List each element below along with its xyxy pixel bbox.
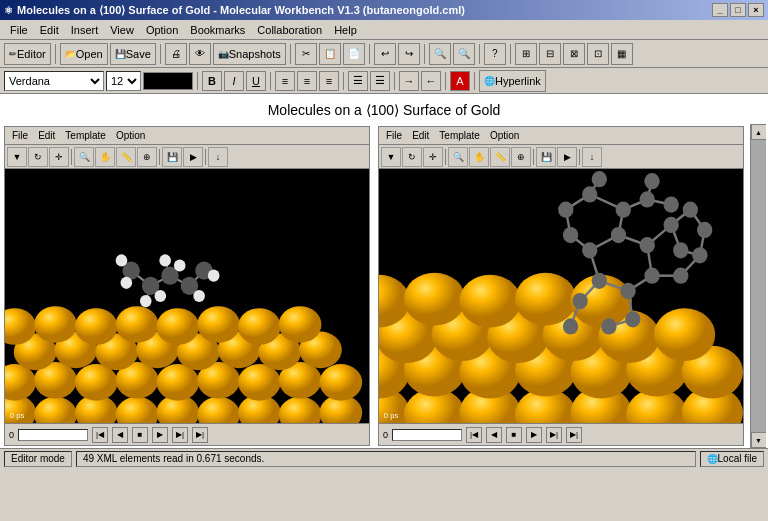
left-tool-measure[interactable]: 📏: [116, 147, 136, 167]
left-tool-hand[interactable]: ✋: [95, 147, 115, 167]
left-menu-file[interactable]: File: [7, 129, 33, 142]
right-menu-template[interactable]: Template: [434, 129, 485, 142]
menu-file[interactable]: File: [4, 22, 34, 38]
left-nav-end[interactable]: ▶|: [192, 427, 208, 443]
open-button[interactable]: 📂 Open: [60, 43, 108, 65]
right-tool-select[interactable]: ▼: [381, 147, 401, 167]
status-location: 🌐 Local file: [700, 451, 764, 467]
font-select[interactable]: Verdana: [4, 71, 104, 91]
menu-bookmarks[interactable]: Bookmarks: [184, 22, 251, 38]
left-tool-save[interactable]: 💾: [162, 147, 182, 167]
left-menu-option[interactable]: Option: [111, 129, 150, 142]
align-left-button[interactable]: ≡: [275, 71, 295, 91]
grid-button[interactable]: ⊞: [515, 43, 537, 65]
save-button[interactable]: 💾 Save: [110, 43, 156, 65]
menu-collaboration[interactable]: Collaboration: [251, 22, 328, 38]
menu-edit[interactable]: Edit: [34, 22, 65, 38]
right-tool-measure[interactable]: 📏: [490, 147, 510, 167]
gold-ball: [279, 306, 322, 343]
align-right-button[interactable]: ≡: [319, 71, 339, 91]
zoom-in-button[interactable]: 🔍: [429, 43, 451, 65]
italic-button[interactable]: I: [224, 71, 244, 91]
list-button[interactable]: ☰: [348, 71, 368, 91]
left-tool-down[interactable]: ↓: [208, 147, 228, 167]
left-tool-play[interactable]: ▶: [183, 147, 203, 167]
left-tool-zoom[interactable]: 🔍: [74, 147, 94, 167]
menu-option[interactable]: Option: [140, 22, 184, 38]
hyperlink-button[interactable]: 🌐 Hyperlink: [479, 70, 546, 92]
left-nav-stop[interactable]: ■: [132, 427, 148, 443]
snapshots-button[interactable]: 📷 Snapshots: [213, 43, 286, 65]
main-scrollbar: ▲ ▼: [750, 124, 766, 448]
right-tool-down[interactable]: ↓: [582, 147, 602, 167]
right-tool-zoom[interactable]: 🔍: [448, 147, 468, 167]
right-menu-edit[interactable]: Edit: [407, 129, 434, 142]
redo-button[interactable]: ↪: [398, 43, 420, 65]
indent-button[interactable]: →: [399, 71, 419, 91]
undo-button[interactable]: ↩: [374, 43, 396, 65]
color-picker[interactable]: [143, 72, 193, 90]
right-tool-move[interactable]: ✛: [423, 147, 443, 167]
right-menu-file[interactable]: File: [381, 129, 407, 142]
right-nav-start[interactable]: |◀: [466, 427, 482, 443]
right-viewer-canvas[interactable]: 0 ps: [379, 169, 743, 423]
grid4-button[interactable]: ⊡: [587, 43, 609, 65]
right-nav-step[interactable]: ▶|: [546, 427, 562, 443]
zoom-out-button[interactable]: 🔍: [453, 43, 475, 65]
paste-button[interactable]: 📄: [343, 43, 365, 65]
left-progress-container[interactable]: [18, 429, 88, 441]
right-tool-play[interactable]: ▶: [557, 147, 577, 167]
scroll-up-button[interactable]: ▲: [751, 124, 767, 140]
left-tool-atom[interactable]: ⊕: [137, 147, 157, 167]
right-nav-play[interactable]: ▶: [526, 427, 542, 443]
snapshots-label: Snapshots: [229, 48, 281, 60]
right-nav-prev[interactable]: ◀: [486, 427, 502, 443]
right-tool-atom[interactable]: ⊕: [511, 147, 531, 167]
right-nav-end[interactable]: ▶|: [566, 427, 582, 443]
maximize-button[interactable]: □: [730, 3, 746, 17]
title-bar: ⚛ Molecules on a ⟨100⟩ Surface of Gold -…: [0, 0, 768, 20]
menu-help[interactable]: Help: [328, 22, 363, 38]
scroll-down-button[interactable]: ▼: [751, 432, 767, 448]
left-menu-edit[interactable]: Edit: [33, 129, 60, 142]
align-center-button[interactable]: ≡: [297, 71, 317, 91]
underline-button[interactable]: U: [246, 71, 266, 91]
left-menu-template[interactable]: Template: [60, 129, 111, 142]
cut-button[interactable]: ✂: [295, 43, 317, 65]
minimize-button[interactable]: _: [712, 3, 728, 17]
left-viewer-canvas[interactable]: 0 ps: [5, 169, 369, 423]
scroll-track[interactable]: [751, 140, 767, 432]
right-menu-option[interactable]: Option: [485, 129, 524, 142]
right-nav-stop[interactable]: ■: [506, 427, 522, 443]
right-tool-save[interactable]: 💾: [536, 147, 556, 167]
left-nav-prev[interactable]: ◀: [112, 427, 128, 443]
list2-button[interactable]: ☰: [370, 71, 390, 91]
outdent-button[interactable]: ←: [421, 71, 441, 91]
menu-view[interactable]: View: [104, 22, 140, 38]
print-button[interactable]: 🖨: [165, 43, 187, 65]
help-button[interactable]: ?: [484, 43, 506, 65]
right-tool-hand[interactable]: ✋: [469, 147, 489, 167]
font-size-select[interactable]: 12: [106, 71, 141, 91]
left-tool-move[interactable]: ✛: [49, 147, 69, 167]
svg-point-33: [404, 273, 465, 326]
editor-button[interactable]: ✏ Editor: [4, 43, 51, 65]
menu-insert[interactable]: Insert: [65, 22, 105, 38]
grid3-button[interactable]: ⊠: [563, 43, 585, 65]
left-tool-rotate[interactable]: ↻: [28, 147, 48, 167]
left-nav-start[interactable]: |◀: [92, 427, 108, 443]
close-button[interactable]: ×: [748, 3, 764, 17]
grid2-button[interactable]: ⊟: [539, 43, 561, 65]
bold-button[interactable]: B: [202, 71, 222, 91]
preview-button[interactable]: 👁: [189, 43, 211, 65]
right-progress-container[interactable]: [392, 429, 462, 441]
gold-ball: [34, 306, 77, 343]
color-button[interactable]: A: [450, 71, 470, 91]
left-nav-play[interactable]: ▶: [152, 427, 168, 443]
gold-ball: [116, 397, 159, 423]
right-tool-rotate[interactable]: ↻: [402, 147, 422, 167]
left-tool-select[interactable]: ▼: [7, 147, 27, 167]
left-nav-step[interactable]: ▶|: [172, 427, 188, 443]
copy-button[interactable]: 📋: [319, 43, 341, 65]
grid5-button[interactable]: ▦: [611, 43, 633, 65]
